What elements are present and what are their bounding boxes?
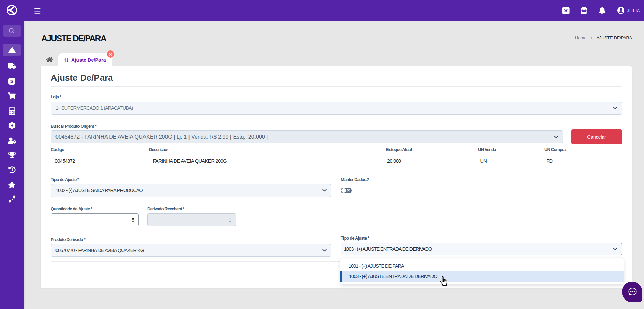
svg-text:$: $ <box>10 79 13 84</box>
